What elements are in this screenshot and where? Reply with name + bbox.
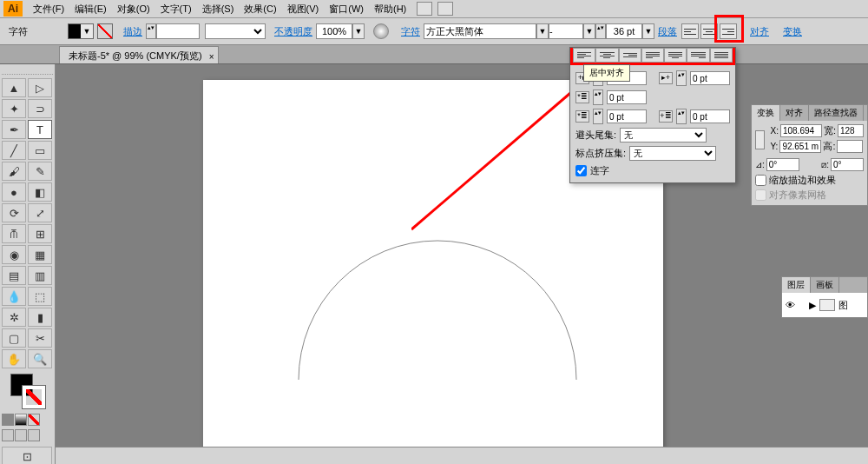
perspective-tool[interactable]: ▦ bbox=[28, 245, 52, 264]
menu-window[interactable]: 窗口(W) bbox=[324, 3, 369, 16]
align-right-btn[interactable] bbox=[720, 23, 737, 39]
menu-edit[interactable]: 编辑(E) bbox=[69, 3, 112, 16]
gradient-mode-btn[interactable] bbox=[15, 414, 27, 426]
menu-object[interactable]: 对象(O) bbox=[112, 3, 155, 16]
column-graph-tool[interactable]: ▮ bbox=[28, 308, 52, 327]
shape-builder-tool[interactable]: ◉ bbox=[2, 245, 26, 264]
color-mode-btn[interactable] bbox=[2, 414, 14, 426]
document-tab[interactable]: 未标题-5* @ 99% (CMYK/预览) × bbox=[59, 46, 219, 63]
symbol-sprayer-tool[interactable]: ✲ bbox=[2, 308, 26, 327]
zoom-tool[interactable]: 🔍 bbox=[28, 349, 52, 368]
tab-align[interactable]: 对齐 bbox=[780, 105, 809, 121]
indent-right-input[interactable] bbox=[690, 71, 730, 85]
tab-layers[interactable]: 图层 bbox=[782, 277, 811, 293]
para-justify-right[interactable] bbox=[687, 48, 709, 63]
rotate-tool[interactable]: ⟳ bbox=[2, 203, 26, 222]
reference-point[interactable] bbox=[755, 130, 765, 149]
shear-input[interactable] bbox=[831, 158, 864, 171]
recolor-icon[interactable] bbox=[373, 23, 389, 39]
eye-icon[interactable]: 👁 bbox=[786, 300, 795, 310]
fill-stroke-indicator[interactable] bbox=[10, 374, 45, 408]
para-justify-left[interactable] bbox=[641, 48, 664, 63]
stroke-spinner[interactable]: ▴▾ bbox=[146, 23, 156, 39]
fill-swatch[interactable]: ▼ bbox=[68, 23, 94, 39]
tab-pathfinder[interactable]: 路径查找器 bbox=[809, 105, 864, 121]
align-panel-link[interactable]: 对齐 bbox=[750, 25, 769, 38]
align-left-btn[interactable] bbox=[681, 23, 699, 39]
path-text-group[interactable]: ai教程之路径文字 ai教程之路径文字 ai教程之路径文字 bbox=[281, 193, 594, 280]
style-dropdown-icon[interactable]: ▼ bbox=[583, 23, 595, 39]
lasso-tool[interactable]: ⊃ bbox=[28, 99, 52, 118]
character-link[interactable]: 字符 bbox=[401, 25, 420, 38]
first-line-spinner[interactable]: ▴▾ bbox=[593, 89, 603, 105]
x-input[interactable] bbox=[780, 124, 822, 137]
paintbrush-tool[interactable]: 🖌 bbox=[2, 162, 26, 181]
tab-artboards[interactable]: 画板 bbox=[811, 277, 839, 293]
toolbox-grip[interactable] bbox=[2, 68, 53, 75]
space-before-input[interactable] bbox=[607, 109, 647, 123]
para-justify-all[interactable] bbox=[710, 48, 733, 63]
menu-help[interactable]: 帮助(H) bbox=[369, 3, 411, 16]
transform-panel-link[interactable]: 变换 bbox=[783, 25, 802, 38]
h-input[interactable] bbox=[837, 140, 863, 153]
ligature-checkbox[interactable] bbox=[575, 165, 587, 176]
font-dropdown-icon[interactable]: ▼ bbox=[536, 23, 549, 39]
close-icon[interactable]: × bbox=[209, 49, 214, 66]
font-style-select[interactable] bbox=[549, 23, 583, 39]
tab-transform[interactable]: 变换 bbox=[752, 105, 780, 121]
hand-tool[interactable]: ✋ bbox=[2, 349, 26, 368]
doc-arrange-icon[interactable] bbox=[417, 2, 432, 16]
para-justify-center[interactable] bbox=[664, 48, 687, 63]
slice-tool[interactable]: ✂ bbox=[28, 328, 52, 348]
scale-strokes-checkbox[interactable] bbox=[755, 175, 766, 186]
eyedropper-tool[interactable]: 💧 bbox=[2, 287, 26, 306]
menu-effect[interactable]: 效果(C) bbox=[239, 3, 281, 16]
space-before-spinner[interactable]: ▴▾ bbox=[593, 109, 603, 124]
scale-tool[interactable]: ⤢ bbox=[28, 203, 52, 222]
para-align-center[interactable]: 居中对齐 bbox=[595, 48, 618, 63]
layer-row[interactable]: 👁 ▶ 图 bbox=[782, 293, 867, 317]
para-align-left[interactable] bbox=[573, 48, 595, 63]
font-family-select[interactable] bbox=[424, 23, 536, 39]
gradient-tool[interactable]: ▥ bbox=[28, 266, 52, 285]
draw-normal-btn[interactable] bbox=[2, 429, 14, 441]
stroke-swatch[interactable] bbox=[97, 23, 113, 39]
expand-icon[interactable]: ▶ bbox=[809, 300, 816, 311]
blob-brush-tool[interactable]: ● bbox=[2, 182, 26, 202]
draw-inside-btn[interactable] bbox=[28, 429, 40, 441]
menu-type[interactable]: 文字(T) bbox=[155, 3, 197, 16]
width-tool[interactable]: ⫚ bbox=[2, 224, 26, 243]
opacity-link[interactable]: 不透明度 bbox=[274, 25, 312, 38]
kinsoku-select[interactable]: 无 bbox=[629, 146, 716, 161]
layer-name[interactable]: 图 bbox=[838, 299, 848, 312]
angle-input[interactable] bbox=[766, 158, 799, 171]
stroke-color[interactable] bbox=[23, 386, 45, 408]
none-mode-btn[interactable] bbox=[28, 414, 40, 426]
stroke-weight-input[interactable] bbox=[156, 23, 200, 39]
size-spinner[interactable]: ▴▾ bbox=[595, 23, 606, 39]
opacity-input[interactable] bbox=[316, 23, 352, 39]
screen-mode-icon[interactable] bbox=[437, 2, 453, 16]
font-size-input[interactable] bbox=[606, 23, 642, 39]
brush-select[interactable] bbox=[205, 23, 266, 39]
size-dropdown-icon[interactable]: ▼ bbox=[642, 23, 654, 39]
first-line-input[interactable] bbox=[607, 90, 647, 104]
hyphen-select[interactable]: 无 bbox=[620, 128, 707, 143]
pencil-tool[interactable]: ✎ bbox=[28, 162, 52, 181]
para-align-right[interactable] bbox=[619, 48, 641, 63]
space-after-spinner[interactable]: ▴▾ bbox=[676, 109, 687, 124]
paragraph-link[interactable]: 段落 bbox=[658, 25, 677, 38]
opacity-dropdown[interactable]: ▼ bbox=[352, 23, 365, 39]
w-input[interactable] bbox=[838, 124, 864, 137]
line-tool[interactable]: ╱ bbox=[2, 141, 26, 160]
direct-selection-tool[interactable]: ▷ bbox=[28, 78, 52, 97]
menu-select[interactable]: 选择(S) bbox=[197, 3, 240, 16]
space-after-input[interactable] bbox=[690, 109, 730, 123]
draw-behind-btn[interactable] bbox=[15, 429, 27, 441]
menu-view[interactable]: 视图(V) bbox=[282, 3, 325, 16]
indent-right-spinner[interactable]: ▴▾ bbox=[676, 70, 687, 86]
menu-file[interactable]: 文件(F) bbox=[28, 3, 69, 16]
rectangle-tool[interactable]: ▭ bbox=[28, 141, 52, 160]
eraser-tool[interactable]: ◧ bbox=[28, 182, 52, 202]
align-center-btn[interactable] bbox=[700, 23, 718, 39]
